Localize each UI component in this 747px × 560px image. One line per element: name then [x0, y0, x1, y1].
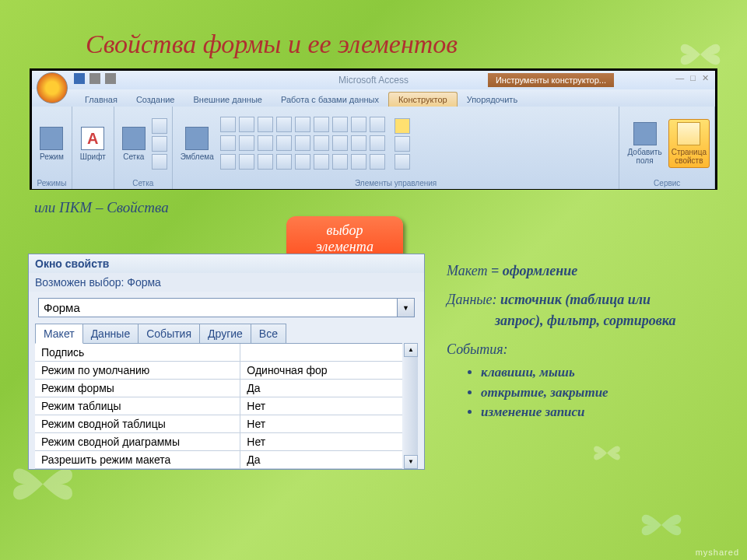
tab-dannye[interactable]: Данные [82, 324, 139, 344]
minimize-icon[interactable]: — [675, 73, 684, 83]
control-icon[interactable] [276, 117, 292, 132]
property-row[interactable]: Разрешить режим макетаДа [35, 451, 402, 469]
mode-button[interactable]: Режим [37, 125, 67, 163]
tab-drugie[interactable]: Другие [199, 324, 251, 344]
prop-value[interactable]: Да [240, 451, 402, 468]
property-row[interactable]: Режим сводной таблицыНет [35, 415, 402, 433]
control-icon[interactable] [351, 154, 366, 170]
control-icon[interactable] [258, 135, 273, 151]
prop-value[interactable] [240, 344, 402, 361]
save-icon[interactable] [74, 73, 85, 84]
property-tabs: Макет Данные События Другие Все [29, 324, 424, 344]
property-row[interactable]: Подпись [35, 344, 402, 362]
app-title: Microsoft Access [338, 75, 409, 86]
text: запрос), фильтр, сортировка [495, 310, 675, 331]
tab-maket[interactable]: Макет [35, 324, 83, 344]
grid-option-icon[interactable] [152, 154, 167, 170]
activex-icon[interactable] [395, 154, 410, 170]
control-icon[interactable] [332, 154, 348, 170]
butterfly-decoration [638, 506, 685, 544]
font-icon: A [81, 127, 104, 150]
grid-option-icon[interactable] [152, 136, 167, 152]
property-row[interactable]: Режим формыДа [35, 380, 402, 397]
scroll-up-icon[interactable]: ▲ [404, 343, 418, 357]
grid-option-icon[interactable] [152, 118, 167, 134]
font-button[interactable]: A Шрифт [77, 125, 109, 163]
wizard-icon[interactable] [395, 136, 410, 152]
dropdown-button[interactable]: ▼ [398, 298, 415, 317]
property-sheet-icon [677, 122, 700, 145]
text: источник (таблица или [500, 292, 651, 307]
prop-value[interactable]: Нет [240, 433, 402, 450]
callout-line: выбор [327, 222, 363, 238]
maximize-icon[interactable]: □ [690, 73, 696, 83]
add-field-button[interactable]: Добавить поля [624, 121, 665, 166]
scrollbar-vertical[interactable]: ▲ ▼ [404, 343, 418, 469]
list-item: изменение записи [481, 402, 675, 422]
control-icon[interactable] [239, 154, 254, 170]
control-icon[interactable] [351, 135, 366, 151]
control-icon[interactable] [370, 154, 385, 170]
emblem-button[interactable]: Эмблема [177, 125, 217, 163]
quick-access-toolbar [74, 73, 116, 84]
object-selector-input[interactable] [38, 298, 398, 317]
group-label [77, 178, 109, 188]
control-icon[interactable] [276, 135, 292, 151]
explain-maket: Макет = оформление [447, 261, 675, 282]
office-button[interactable] [37, 72, 68, 103]
control-icon[interactable] [258, 117, 273, 132]
tab-konstruktor[interactable]: Конструктор [388, 92, 458, 107]
tab-create[interactable]: Создание [127, 93, 184, 107]
prop-label: Режим формы [35, 380, 240, 397]
tab-sobytia[interactable]: События [138, 324, 200, 344]
control-icon[interactable] [295, 154, 310, 170]
control-icon[interactable] [314, 154, 329, 170]
control-icon[interactable] [239, 117, 254, 132]
control-icon[interactable] [314, 117, 329, 132]
tab-external[interactable]: Внешние данные [184, 93, 272, 107]
property-row[interactable]: Режим таблицыНет [35, 397, 402, 415]
control-icon[interactable] [220, 117, 236, 132]
control-icon[interactable] [314, 135, 329, 151]
emblem-icon [185, 127, 209, 150]
scroll-down-icon[interactable]: ▼ [404, 455, 418, 469]
control-icon[interactable] [220, 135, 236, 151]
control-icon[interactable] [295, 135, 310, 151]
grid-button[interactable]: Сетка [119, 125, 149, 163]
control-icon[interactable] [220, 154, 236, 170]
prop-value[interactable]: Нет [240, 397, 402, 415]
control-icon[interactable] [332, 117, 348, 132]
grid-icon [122, 127, 146, 150]
group-label: Режимы [37, 178, 67, 188]
tab-arrange[interactable]: Упорядочить [458, 93, 527, 107]
group-modes: Режим Режимы [32, 107, 72, 189]
control-icon[interactable] [332, 135, 348, 151]
prop-value[interactable]: Нет [240, 415, 402, 432]
property-row[interactable]: Режим сводной диаграммыНет [35, 433, 402, 451]
tab-dbtools[interactable]: Работа с базами данных [272, 93, 388, 107]
control-icon[interactable] [258, 154, 273, 170]
control-icon[interactable] [239, 135, 254, 151]
property-sheet-button[interactable]: Страница свойств [668, 119, 710, 168]
prop-label: Подпись [35, 344, 240, 361]
group-label: Сетка [119, 178, 167, 188]
close-icon[interactable]: ✕ [702, 73, 709, 83]
control-icon[interactable] [370, 117, 385, 132]
property-row[interactable]: Режим по умолчаниюОдиночная фор [35, 362, 402, 380]
contextual-tab-title: Инструменты конструктор... [488, 73, 614, 87]
prop-value[interactable]: Да [240, 380, 402, 397]
tab-home[interactable]: Главная [75, 93, 127, 107]
pkm-note: или ПКМ – Свойства [34, 199, 169, 216]
control-icon[interactable] [276, 154, 292, 170]
redo-icon[interactable] [105, 73, 116, 84]
prop-value[interactable]: Одиночная фор [240, 362, 402, 379]
control-icon[interactable] [295, 117, 310, 132]
undo-icon[interactable] [89, 73, 100, 84]
selection-icon[interactable] [395, 118, 410, 134]
tab-vse[interactable]: Все [251, 324, 286, 344]
callout-line: элемента [316, 239, 374, 254]
control-icon[interactable] [370, 135, 385, 151]
control-icon[interactable] [351, 117, 366, 132]
ribbon: Microsoft Access Инструменты конструктор… [30, 68, 717, 190]
add-field-icon [633, 122, 657, 145]
